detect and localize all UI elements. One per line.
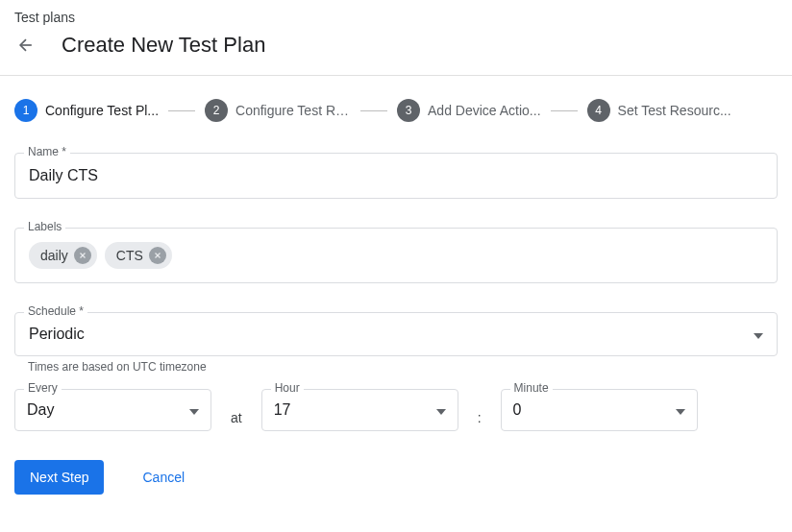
next-step-button[interactable]: Next Step <box>14 460 104 495</box>
chip-cts: CTS <box>105 242 172 269</box>
minute-field: Minute 0 <box>501 389 698 431</box>
hour-field: Hour 17 <box>261 389 458 431</box>
schedule-field: Schedule * Periodic <box>14 312 778 356</box>
minute-value: 0 <box>513 401 522 419</box>
breadcrumb[interactable]: Test plans <box>0 0 792 25</box>
at-separator: at <box>231 410 242 425</box>
every-label: Every <box>24 381 62 395</box>
page-header: Create New Test Plan <box>0 25 792 75</box>
every-field: Every Day <box>14 389 211 431</box>
step-circle: 1 <box>14 99 37 122</box>
step-connector <box>360 110 387 111</box>
chip-remove-icon[interactable] <box>74 247 91 264</box>
page-title: Create New Test Plan <box>62 33 265 58</box>
step-1[interactable]: 1 Configure Test Pl... <box>14 99 159 122</box>
name-value: Daily CTS <box>29 167 98 184</box>
hour-label: Hour <box>271 381 304 395</box>
dropdown-arrow-icon <box>189 401 199 419</box>
chip-label: daily <box>40 248 68 263</box>
hour-select[interactable]: 17 <box>261 389 458 431</box>
labels-input[interactable]: daily CTS <box>14 228 778 283</box>
dropdown-arrow-icon <box>676 401 685 419</box>
step-2[interactable]: 2 Configure Test Ru... <box>205 99 351 122</box>
chip-label: CTS <box>116 248 143 263</box>
step-3[interactable]: 3 Add Device Actio... <box>397 99 541 122</box>
schedule-label: Schedule * <box>24 304 87 318</box>
minute-label: Minute <box>510 381 553 395</box>
step-connector <box>168 110 195 111</box>
dropdown-arrow-icon <box>436 401 446 419</box>
minute-select[interactable]: 0 <box>501 389 698 431</box>
actions-row: Next Step Cancel <box>14 460 778 495</box>
step-label: Configure Test Pl... <box>45 103 159 118</box>
step-circle: 3 <box>397 99 420 122</box>
schedule-value: Periodic <box>29 326 85 343</box>
labels-field: Labels daily CTS <box>14 228 778 283</box>
step-circle: 2 <box>205 99 228 122</box>
schedule-helper: Times are based on UTC timezone <box>28 360 778 374</box>
schedule-select[interactable]: Periodic <box>14 312 778 356</box>
schedule-row: Every Day at Hour 17 : Minute 0 <box>14 389 778 431</box>
every-select[interactable]: Day <box>14 389 211 431</box>
step-circle: 4 <box>587 99 610 122</box>
stepper: 1 Configure Test Pl... 2 Configure Test … <box>14 99 778 122</box>
every-value: Day <box>27 401 54 419</box>
step-label: Set Test Resourc... <box>618 103 731 118</box>
chip-daily: daily <box>29 242 97 269</box>
hour-value: 17 <box>274 401 291 419</box>
name-field: Name * Daily CTS <box>14 153 778 199</box>
step-label: Add Device Actio... <box>428 103 541 118</box>
chip-remove-icon[interactable] <box>149 247 166 264</box>
name-label: Name * <box>24 145 70 158</box>
dropdown-arrow-icon <box>754 326 763 343</box>
colon-separator: : <box>478 410 482 425</box>
labels-label: Labels <box>24 220 65 233</box>
step-connector <box>551 110 578 111</box>
step-4[interactable]: 4 Set Test Resourc... <box>587 99 731 122</box>
back-arrow-icon[interactable] <box>14 34 37 57</box>
name-input[interactable]: Daily CTS <box>14 153 778 199</box>
step-label: Configure Test Ru... <box>235 103 351 118</box>
cancel-button[interactable]: Cancel <box>142 470 185 485</box>
